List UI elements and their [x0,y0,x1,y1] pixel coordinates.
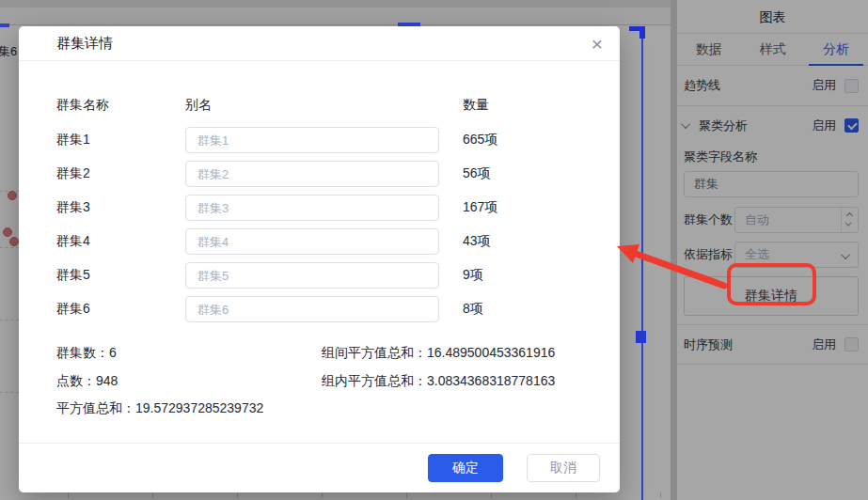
cluster-name: 群集6 [56,301,185,318]
cluster-count: 167项 [463,199,582,216]
alias-input[interactable] [185,127,439,153]
table-row: 群集6 8项 [56,292,582,326]
column-header-alias: 别名 [185,97,463,117]
column-header-count: 数量 [463,97,582,117]
table-row: 群集1 665项 [56,123,582,157]
alias-input[interactable] [185,296,439,322]
cluster-count: 665项 [463,132,582,148]
column-header-name: 群集名称 [56,97,185,117]
selection-border-dash [0,23,9,27]
table-row: 群集5 9项 [56,258,582,292]
app-root: 群集6 图表 数据样式分析 趋势线 启用 聚类分析 启用 [0,0,868,500]
stat-within-ss: 组内平方值总和：3.0834368318778163 [322,367,582,396]
table-row: 群集2 56项 [56,157,582,191]
stats-block: 群集数：6 组间平方值总和：16.489500453361916 点数：948 … [56,339,582,423]
stat-total-ss: 平方值总和：19.572937285239732 [56,395,322,423]
cluster-name: 群集1 [56,132,185,148]
modal-header: 群集详情 × [19,26,620,61]
selection-border [641,28,643,500]
cluster-name: 群集5 [56,267,185,284]
close-icon[interactable]: × [592,34,603,54]
alias-input[interactable] [185,228,439,255]
alias-input[interactable] [185,161,439,187]
alias-input[interactable] [185,262,439,289]
selection-handle[interactable] [636,331,646,343]
modal-body: 群集名称 别名 数量 群集1 665项 群集2 56项 群集3 167项 群集4… [19,97,620,423]
stat-cluster-count: 群集数：6 [56,339,322,367]
table-row: 群集4 43项 [56,225,582,258]
cluster-count: 56项 [463,165,582,182]
table-header: 群集名称 别名 数量 [56,97,582,117]
confirm-button[interactable]: 确定 [428,454,503,482]
cluster-name: 群集4 [56,233,185,250]
table-rows: 群集1 665项 群集2 56项 群集3 167项 群集4 43项 群集5 9项… [56,123,582,326]
cluster-count: 9项 [463,267,582,284]
selection-corner [639,26,645,39]
modal-footer: 确定 取消 [19,443,620,492]
cluster-count: 43项 [463,233,582,250]
alias-input[interactable] [185,195,439,221]
table-row: 群集3 167项 [56,191,582,225]
modal-title: 群集详情 [56,35,113,53]
cluster-name: 群集3 [56,199,185,216]
stat-point-count: 点数：948 [56,367,322,396]
stat-between-ss: 组间平方值总和：16.489500453361916 [322,339,582,367]
cancel-button[interactable]: 取消 [527,454,600,482]
cluster-details-modal: 群集详情 × 群集名称 别名 数量 群集1 665项 群集2 56项 群集3 1… [19,26,620,492]
cluster-name: 群集2 [56,165,185,182]
cluster-count: 8项 [463,301,582,318]
